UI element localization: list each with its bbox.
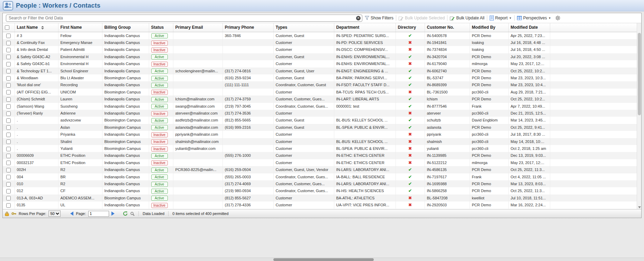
row-checkbox[interactable] bbox=[6, 90, 11, 94]
next-page-button[interactable] bbox=[111, 212, 115, 216]
select-all-header[interactable] bbox=[3, 23, 15, 32]
perspectives-grid-icon bbox=[517, 16, 522, 20]
column-header-primary-phone[interactable]: Primary Phone bbox=[223, 23, 273, 32]
table-row[interactable]: 0135 UL Indianapolis Campus Inactive (31… bbox=[3, 201, 637, 208]
column-header-customer-no[interactable]: Customer No. bbox=[425, 23, 470, 32]
vertical-scrollbar-thumb[interactable] bbox=[638, 33, 641, 115]
row-checkbox[interactable] bbox=[6, 161, 11, 165]
column-header-modified-date[interactable]: Modified Date bbox=[508, 23, 550, 32]
row-checkbox[interactable] bbox=[6, 41, 11, 45]
row-checkbox[interactable] bbox=[6, 55, 11, 59]
row-checkbox[interactable] bbox=[6, 69, 11, 73]
directory-icon: ✖ bbox=[408, 153, 412, 158]
row-select-cell bbox=[3, 60, 15, 67]
row-checkbox[interactable] bbox=[6, 154, 11, 158]
column-header-department[interactable]: Department bbox=[334, 23, 396, 32]
grid-settings-button[interactable] bbox=[555, 16, 560, 20]
cell-directory: ✔ bbox=[396, 103, 425, 110]
table-row[interactable]: 004 BR Indianapolis Campus Active (555) … bbox=[3, 173, 637, 180]
cell-modified-by: PCR Demo bbox=[470, 166, 508, 173]
row-checkbox[interactable] bbox=[6, 83, 11, 88]
key-icon[interactable] bbox=[11, 212, 16, 216]
table-row[interactable]: 012 CF Indianapolis Campus Active (219) … bbox=[3, 187, 637, 194]
cell-directory: ✖ bbox=[396, 159, 425, 166]
report-button[interactable]: Report ▼ bbox=[490, 16, 512, 20]
perspectives-button[interactable]: Perspectives ▼ bbox=[517, 16, 551, 20]
table-row[interactable]: 010 R2 Indianapolis Campus Active (317) … bbox=[3, 180, 637, 187]
row-checkbox[interactable] bbox=[6, 147, 11, 151]
column-header-last-name[interactable]: Last Name bbox=[15, 23, 58, 32]
table-row[interactable]: . Priyanka Indianapolis Campus Inactive … bbox=[3, 131, 637, 138]
table-row[interactable]: . Yulianti Bloomington Campus Inactive y… bbox=[3, 145, 637, 152]
lock-icon[interactable] bbox=[5, 212, 9, 216]
table-row[interactable]: 013-A, 003+AD ADEMCO ASSEM... Bloomingto… bbox=[3, 195, 637, 201]
row-checkbox[interactable] bbox=[6, 189, 11, 194]
table-row[interactable]: . Aslan Bloomington Campus Active aslano… bbox=[3, 124, 637, 131]
cell-customer-no: ppriyank bbox=[425, 131, 470, 138]
scroll-down-arrow-icon[interactable] bbox=[638, 206, 641, 208]
status-badge: Active bbox=[151, 69, 168, 74]
row-checkbox[interactable] bbox=[6, 175, 11, 179]
horizontal-scrollbar[interactable] bbox=[0, 258, 644, 261]
previous-page-button[interactable] bbox=[70, 212, 73, 216]
row-checkbox[interactable] bbox=[6, 34, 11, 38]
bulk-update-all-button[interactable]: Bulk Update All bbox=[450, 16, 484, 20]
table-row[interactable]: # 3 Fellow Indianapolis Campus Active 36… bbox=[3, 32, 637, 39]
row-checkbox[interactable] bbox=[6, 140, 11, 144]
table-row[interactable]: . Shalini Bloomington Campus Inactive sh… bbox=[3, 138, 637, 145]
table-row[interactable]: & Continuity Fax Emergency Manae Indiana… bbox=[3, 39, 637, 46]
row-checkbox[interactable] bbox=[6, 76, 11, 81]
row-checkbox[interactable] bbox=[6, 111, 11, 116]
table-row[interactable]: . asdvxzcvew Bloomington Campus Active a… bbox=[3, 117, 637, 124]
row-checkbox[interactable] bbox=[6, 133, 11, 137]
search-input[interactable] bbox=[6, 15, 362, 22]
status-badge: Active bbox=[151, 76, 168, 81]
clear-search-icon[interactable]: ✕ bbox=[356, 16, 361, 20]
select-all-checkbox[interactable] bbox=[5, 25, 9, 30]
row-checkbox[interactable] bbox=[6, 48, 11, 52]
cell-status: Active bbox=[149, 68, 173, 74]
column-header-first-name[interactable]: First Name bbox=[58, 23, 102, 32]
row-select-cell bbox=[3, 53, 15, 60]
table-row[interactable]: 00032137 ETHC Position Indianapolis Camp… bbox=[3, 159, 637, 166]
table-row[interactable]: (Chism) Schmidt Lauren Indianapolis Camp… bbox=[3, 96, 637, 102]
row-checkbox[interactable] bbox=[6, 62, 11, 66]
row-checkbox[interactable] bbox=[6, 182, 11, 187]
cell-status: Active bbox=[149, 180, 173, 187]
column-header-primary-email[interactable]: Primary Email bbox=[173, 23, 223, 32]
column-header-directory[interactable]: Directory bbox=[396, 23, 425, 32]
row-checkbox[interactable] bbox=[6, 196, 11, 200]
row-checkbox[interactable] bbox=[6, 168, 11, 172]
table-row[interactable]: & Info desk Dental Patient Admitti India… bbox=[3, 46, 637, 53]
vertical-scrollbar[interactable] bbox=[637, 23, 641, 209]
table-row[interactable]: 002H R2 Indianapolis Campus Active PCR36… bbox=[3, 166, 637, 173]
column-header-status[interactable]: Status bbox=[149, 23, 173, 32]
row-checkbox[interactable] bbox=[6, 118, 11, 123]
row-checkbox[interactable] bbox=[6, 97, 11, 102]
table-row[interactable]: (AIT OFFICE) EIG... UNICOM Bloomington C… bbox=[3, 89, 637, 96]
table-row[interactable]: & Woodlawn Blu Lt Atwater Bloomington Ca… bbox=[3, 74, 637, 81]
search-grid-icon[interactable] bbox=[130, 212, 135, 216]
row-checkbox[interactable] bbox=[6, 203, 11, 208]
table-row[interactable]: 'Must dial one' Recording Indianapolis C… bbox=[3, 81, 637, 88]
table-row[interactable]: (Terveer) Ranly Adrienne Indianapolis Ca… bbox=[3, 110, 637, 117]
cell-status: Active bbox=[149, 117, 173, 124]
column-header-types[interactable]: Types bbox=[273, 23, 334, 32]
refresh-icon[interactable] bbox=[123, 211, 128, 216]
table-row[interactable]: & Safety G043C-A2 Environmental H Indian… bbox=[3, 53, 637, 60]
row-checkbox[interactable] bbox=[6, 125, 11, 130]
table-row[interactable]: 00006609 ETHC Position Indianapolis Camp… bbox=[3, 152, 637, 159]
cell-filler bbox=[550, 46, 637, 53]
table-row[interactable]: & Technology ET 1... School Engineer Ind… bbox=[3, 68, 637, 74]
rows-per-page-select[interactable]: 50 bbox=[48, 210, 61, 217]
horizontal-scrollbar-thumb[interactable] bbox=[273, 258, 374, 261]
bulk-update-selected-button[interactable]: Bulk Update Selected bbox=[399, 16, 445, 20]
column-header-billing-group[interactable]: Billing Group bbox=[102, 23, 149, 32]
table-row[interactable]: & Safety G043C-b1 Environmental H Indian… bbox=[3, 60, 637, 67]
page-title: People : Workers / Contacts bbox=[16, 2, 100, 9]
table-row[interactable]: (Samson) Wang Suosheng Indianapolis Camp… bbox=[3, 103, 637, 110]
row-checkbox[interactable] bbox=[6, 104, 11, 109]
show-filters-button[interactable]: Show Filters bbox=[365, 16, 393, 20]
column-header-modified-by[interactable]: Modified By bbox=[470, 23, 508, 32]
page-number-input[interactable] bbox=[88, 211, 109, 217]
